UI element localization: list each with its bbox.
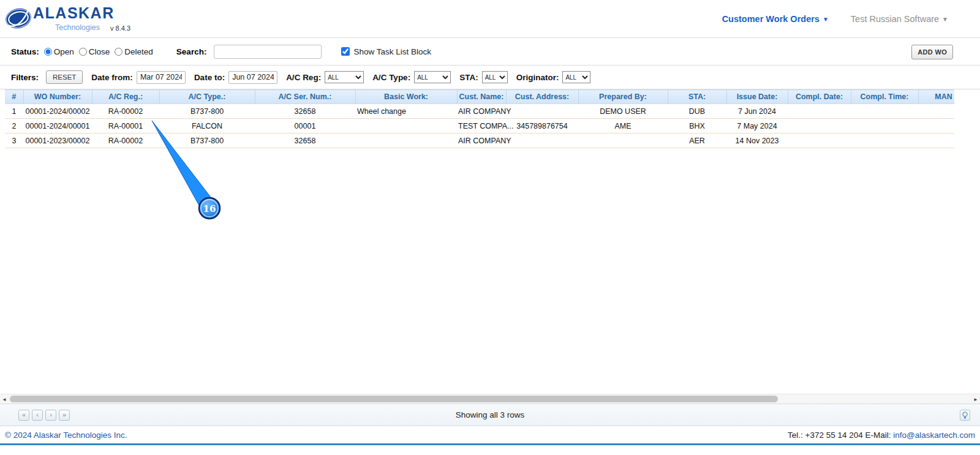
task-list-toggle: Show Task List Block: [341, 47, 431, 56]
date-to-input[interactable]: [228, 71, 277, 84]
table-cell: 00001-2023/00002: [23, 133, 92, 148]
table-cell: Wheel change: [355, 104, 457, 119]
date-from-label: Date from:: [91, 73, 133, 82]
scroll-right-icon[interactable]: ►: [971, 394, 980, 404]
status-toolbar: Status: Open Close Deleted Search: Show …: [0, 38, 980, 66]
column-header[interactable]: Compl. Date:: [788, 90, 851, 104]
table-cell: [506, 133, 578, 148]
column-header[interactable]: A/C Reg.:: [92, 90, 159, 104]
status-option-close[interactable]: Close: [89, 47, 110, 56]
table-cell: [355, 119, 457, 133]
nav-user-menu[interactable]: Test Russian Software▼: [851, 14, 948, 24]
search-input[interactable]: [214, 45, 322, 59]
email-link[interactable]: info@alaskartech.com: [893, 431, 975, 440]
table-cell: [506, 104, 578, 119]
chevron-down-icon: ▼: [823, 16, 829, 23]
column-header[interactable]: Cust. Name:: [457, 90, 506, 104]
app-version: v 8.4.3: [110, 24, 130, 32]
work-orders-table-region: #WO Number:A/C Reg.:A/C Type.:A/C Ser. N…: [5, 89, 954, 394]
sta-label: STA:: [459, 73, 478, 82]
column-header[interactable]: Compl. Time:: [851, 90, 918, 104]
app-footer: © 2024 Alaskar Technologies Inc. Tel.: +…: [0, 426, 980, 445]
horizontal-scrollbar[interactable]: ◄ ►: [0, 394, 980, 404]
scrollbar-thumb[interactable]: [10, 396, 778, 402]
add-wo-button[interactable]: ADD WO: [911, 45, 953, 59]
table-row[interactable]: 100001-2024/00002RA-00002B737-80032658Wh…: [5, 104, 954, 119]
column-header[interactable]: STA:: [668, 90, 726, 104]
brand-subtitle: Technologies: [55, 23, 100, 32]
table-cell: BHX: [668, 119, 726, 133]
column-header[interactable]: Prepared By:: [578, 90, 668, 104]
status-radio-close[interactable]: [79, 48, 87, 56]
table-cell: [788, 133, 851, 148]
column-header[interactable]: Issue Date:: [726, 90, 788, 104]
copyright-link[interactable]: © 2024 Alaskar Technologies Inc.: [5, 431, 127, 440]
table-cell: [355, 133, 457, 148]
table-cell: B737-800: [159, 104, 255, 119]
reset-button[interactable]: RESET: [46, 70, 83, 84]
originator-select[interactable]: ALL: [562, 71, 590, 83]
table-cell: [918, 119, 954, 133]
table-cell: AIR COMPANY: [457, 104, 506, 119]
pagination-bar: « ‹ › » Showing all 3 rows: [0, 404, 980, 426]
table-cell: 32658: [255, 104, 355, 119]
table-cell: AER: [668, 133, 726, 148]
table-cell: 00001: [255, 119, 355, 133]
table-cell: DEMO USER: [578, 104, 668, 119]
table-cell: [851, 119, 918, 133]
task-list-checkbox[interactable]: [341, 47, 350, 56]
table-cell: 345789876754: [506, 119, 578, 133]
table-cell: 00001-2024/00002: [23, 104, 92, 119]
hint-button[interactable]: [960, 410, 970, 421]
status-radio-group: Open Close Deleted: [44, 47, 158, 56]
nav-customer-work-orders[interactable]: Customer Work Orders▼: [722, 14, 829, 24]
ac-type-select[interactable]: ALL: [414, 71, 451, 83]
brand-name: ALASKAR: [33, 4, 115, 22]
date-from-input[interactable]: [137, 71, 186, 84]
table-cell: [788, 104, 851, 119]
table-header-row: #WO Number:A/C Reg.:A/C Type.:A/C Ser. N…: [5, 90, 954, 104]
column-header[interactable]: #: [5, 90, 23, 104]
ac-reg-select[interactable]: ALL: [325, 71, 364, 83]
table-cell: FALCON: [159, 119, 255, 133]
top-nav: Customer Work Orders▼ Test Russian Softw…: [722, 0, 948, 38]
column-header[interactable]: A/C Type.:: [159, 90, 255, 104]
status-option-open[interactable]: Open: [54, 47, 74, 56]
contact-info: Tel.: +372 55 14 204 E-Mail: info@alaska…: [788, 431, 975, 440]
customer-work-orders-page: ALASKAR Technologies v 8.4.3 Customer Wo…: [0, 0, 980, 455]
table-cell: 1: [5, 104, 23, 119]
filters-bar: Filters: RESET Date from: Date to: A/C R…: [0, 66, 980, 89]
table-row[interactable]: 200001-2024/00001RA-00001FALCON00001TEST…: [5, 119, 954, 133]
app-header: ALASKAR Technologies v 8.4.3 Customer Wo…: [0, 0, 980, 38]
logo: ALASKAR Technologies v 8.4.3: [5, 2, 201, 37]
table-cell: 14 Nov 2023: [726, 133, 788, 148]
table-cell: 7 Jun 2024: [726, 104, 788, 119]
table-cell: 2: [5, 119, 23, 133]
column-header[interactable]: A/C Ser. Num.:: [255, 90, 355, 104]
column-header[interactable]: WO Number:: [23, 90, 92, 104]
status-label: Status:: [11, 47, 39, 56]
table-cell: AIR COMPANY: [457, 133, 506, 148]
table-row[interactable]: 300001-2023/00002RA-00002B737-80032658AI…: [5, 133, 954, 148]
task-list-label[interactable]: Show Task List Block: [353, 47, 431, 56]
originator-label: Originator:: [516, 73, 559, 82]
scroll-left-icon[interactable]: ◄: [0, 394, 9, 404]
table-cell: B737-800: [159, 133, 255, 148]
table-cell: RA-00002: [92, 133, 159, 148]
table-cell: DUB: [668, 104, 726, 119]
status-radio-deleted[interactable]: [115, 48, 123, 56]
status-option-deleted[interactable]: Deleted: [124, 47, 153, 56]
table-cell: [851, 133, 918, 148]
table-cell: 7 May 2024: [726, 119, 788, 133]
column-header[interactable]: Cust. Address:: [506, 90, 578, 104]
table-cell: 32658: [255, 133, 355, 148]
table-cell: AME: [578, 119, 668, 133]
table-cell: RA-00002: [92, 104, 159, 119]
table-cell: [578, 133, 668, 148]
table-cell: [851, 104, 918, 119]
status-radio-open[interactable]: [44, 48, 52, 56]
column-header[interactable]: Basic Work:: [355, 90, 457, 104]
column-header[interactable]: MAN H: [918, 90, 954, 104]
table-cell: RA-00001: [92, 119, 159, 133]
sta-select[interactable]: ALL: [482, 71, 508, 83]
